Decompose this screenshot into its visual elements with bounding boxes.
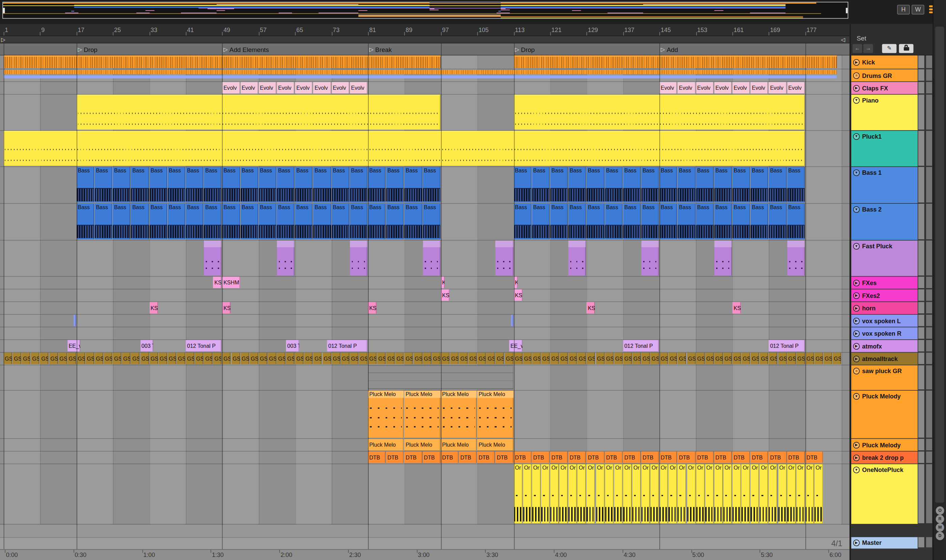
track-lane[interactable]	[0, 365, 849, 391]
clip[interactable]: DTB	[532, 451, 549, 463]
track-meter[interactable]	[918, 391, 924, 438]
clip[interactable]: Bass	[750, 167, 768, 202]
track-header-pluck1[interactable]: ▼Pluck1	[851, 131, 918, 166]
clip[interactable]: Bass	[732, 204, 750, 239]
clip[interactable]: Bass	[569, 167, 586, 202]
clip[interactable]: GS_C	[523, 352, 531, 364]
clip[interactable]: Evolv	[750, 82, 768, 94]
clip[interactable]: GS_C	[450, 352, 458, 364]
clip[interactable]	[4, 55, 440, 68]
locator-marker[interactable]: ▷Break	[368, 43, 392, 56]
clip[interactable]: KS	[732, 302, 741, 314]
overview-handle-left-icon[interactable]	[3, 8, 5, 13]
clip[interactable]: Bass	[660, 167, 677, 202]
locator-marker[interactable]: ▷Drop	[514, 43, 535, 56]
clip[interactable]: Bass	[769, 204, 786, 239]
clip[interactable]: GS_C	[514, 352, 522, 364]
track-lane[interactable]	[0, 95, 849, 131]
clip[interactable]: DTB	[787, 451, 804, 463]
clip[interactable]: GS_C	[714, 352, 722, 364]
track-fader[interactable]	[926, 464, 932, 524]
track-lane[interactable]: EE_v003 T012 Tonal P003 T012 Tonal PEE_v…	[0, 340, 849, 353]
clip[interactable]: Bass	[149, 167, 167, 202]
clip[interactable]: GS_C	[332, 352, 340, 364]
clip[interactable]: 012 Tonal P	[186, 340, 221, 352]
clip[interactable]: GS_C	[149, 352, 158, 364]
clip[interactable]: KS	[441, 289, 449, 301]
clip[interactable]: Bass	[204, 204, 221, 239]
clip[interactable]: Bass	[186, 204, 203, 239]
draw-mode-pencil-button[interactable]: ✎	[882, 44, 897, 53]
clip[interactable]: Or	[642, 464, 650, 523]
clip[interactable]: Or	[787, 464, 795, 523]
clip[interactable]: Bass	[677, 167, 695, 202]
clip[interactable]: GS_C	[113, 352, 122, 364]
clip[interactable]: 003 T	[286, 340, 299, 352]
clip[interactable]: GS_C	[732, 352, 741, 364]
clip[interactable]: GS_C	[559, 352, 568, 364]
clip[interactable]: GS_C	[177, 352, 185, 364]
track-header-pluck-melody[interactable]: ▶Pluck Melody	[851, 439, 918, 451]
clip[interactable]: GS_C	[459, 352, 468, 364]
clip[interactable]: GS_C	[486, 352, 495, 364]
track-lane[interactable]: Pluck MeloPluck MeloPluck MeloPluck Melo	[0, 439, 849, 452]
clip[interactable]: Bass	[550, 167, 568, 202]
clip[interactable]: GS_C	[213, 352, 221, 364]
clip[interactable]: Or	[614, 464, 623, 523]
clip[interactable]: Bass	[277, 204, 295, 239]
clip[interactable]: GS_C	[477, 352, 486, 364]
clip[interactable]: KS	[368, 302, 377, 314]
clip[interactable]: Bass	[277, 167, 295, 202]
clip[interactable]: Evolv	[696, 82, 713, 94]
clip[interactable]: GS_C	[286, 352, 295, 364]
track-fader[interactable]	[926, 365, 932, 390]
clip[interactable]: Or	[596, 464, 604, 523]
track-header-break-2-drop-p[interactable]: ▶break 2 drop p	[851, 451, 918, 463]
scrub-area[interactable]: ▷ ◁	[0, 36, 849, 43]
clip[interactable]: DTB	[386, 451, 404, 463]
clip[interactable]: GS_C	[49, 352, 58, 364]
clip[interactable]: KS	[514, 289, 522, 301]
track-meter[interactable]	[918, 451, 924, 463]
track-lane[interactable]: Pluck MeloPluck MeloPluck MeloPluck Melo	[0, 391, 849, 439]
clip[interactable]: Or	[605, 464, 613, 523]
clip[interactable]: GS_C	[86, 352, 94, 364]
clip[interactable]: GS_C	[723, 352, 731, 364]
clip[interactable]: Or	[559, 464, 568, 523]
clip[interactable]: GS_C	[59, 352, 67, 364]
track-meter[interactable]	[918, 82, 924, 94]
clip[interactable]: Pluck Melo	[477, 391, 513, 437]
track-fader[interactable]	[926, 277, 932, 289]
clip[interactable]: GS_C	[304, 352, 313, 364]
clip[interactable]: GS_C	[441, 352, 449, 364]
clip[interactable]: GS_C	[167, 352, 176, 364]
clip[interactable]: DTB	[477, 451, 495, 463]
unfold-track-icon[interactable]: ▼	[853, 97, 860, 104]
track-fader[interactable]	[926, 240, 932, 276]
clip[interactable]: GS_C	[241, 352, 249, 364]
clip[interactable]: DTB	[805, 451, 823, 463]
track-meter[interactable]	[918, 464, 924, 524]
clip[interactable]: GS_C	[769, 352, 777, 364]
clip[interactable]: Bass	[95, 167, 113, 202]
clip[interactable]: Bass	[605, 167, 623, 202]
clip[interactable]: GS_C	[140, 352, 148, 364]
clip[interactable]: K	[441, 277, 445, 288]
optimize-width-button[interactable]: W	[912, 5, 924, 14]
clip[interactable]: GS_C	[760, 352, 768, 364]
clip[interactable]: GS_C	[204, 352, 212, 364]
optimize-height-button[interactable]: H	[897, 5, 910, 14]
clip[interactable]: Evolv	[787, 82, 804, 94]
clip[interactable]: GS_C	[632, 352, 641, 364]
track-header-claps-fx[interactable]: ▶Claps FX	[851, 82, 918, 94]
clip[interactable]: DTB	[623, 451, 641, 463]
track-play-icon[interactable]: ▶	[853, 454, 860, 461]
track-meter[interactable]	[918, 69, 924, 82]
clip[interactable]: GS_C	[614, 352, 623, 364]
clip[interactable]: GS_C	[341, 352, 349, 364]
clip[interactable]: Or	[669, 464, 677, 523]
clip[interactable]: Bass	[696, 167, 713, 202]
track-lane[interactable]	[0, 240, 849, 277]
clip[interactable]: Bass	[386, 167, 404, 202]
track-play-icon[interactable]: ▶	[853, 539, 860, 546]
